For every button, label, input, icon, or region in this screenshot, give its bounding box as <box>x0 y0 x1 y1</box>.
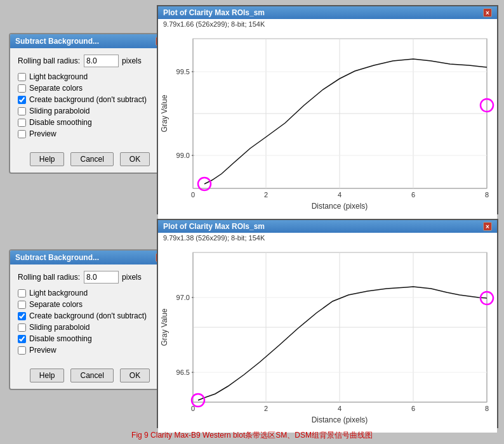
radius-unit-1: pixels <box>122 56 142 65</box>
checkbox-light-background-1[interactable] <box>18 73 26 81</box>
option-separate-colors-2: Separate colors <box>18 300 162 309</box>
svg-text:Gray Value: Gray Value <box>160 308 169 346</box>
checkbox-disable-smoothing-2[interactable] <box>18 335 26 343</box>
svg-text:99.0: 99.0 <box>176 152 190 159</box>
help-button-1[interactable]: Help <box>30 152 65 166</box>
radius-unit-2: pixels <box>122 273 142 282</box>
svg-text:2: 2 <box>264 191 268 199</box>
label-light-background-2: Light background <box>29 289 88 297</box>
cancel-button-1[interactable]: Cancel <box>70 152 113 166</box>
checkbox-separate-colors-1[interactable] <box>18 84 26 93</box>
label-separate-colors-1: Separate colors <box>29 84 83 93</box>
plot-subtitle-1: 9.79x1.66 (526x299); 8-bit; 154K <box>158 19 497 29</box>
radius-input-2[interactable] <box>84 271 119 284</box>
checkbox-disable-smoothing-1[interactable] <box>18 119 26 127</box>
dialog-title-text-1: Subtract Background... <box>15 37 99 46</box>
checkbox-preview-2[interactable] <box>18 346 26 355</box>
svg-text:97.0: 97.0 <box>176 294 190 301</box>
plot-svg-2: 96.5 97.0 0 2 4 6 8 Distance (pixels) Gr… <box>158 243 500 431</box>
label-separate-colors-2: Separate colors <box>29 300 83 309</box>
help-button-2[interactable]: Help <box>30 369 65 382</box>
plot-title-bar-1: Plot of Clarity Max ROIs_sm × <box>158 6 497 19</box>
plot-subtitle-2: 9.79x1.38 (526x299); 8-bit; 154K <box>158 233 497 243</box>
dialog-title-1: Subtract Background... × <box>10 34 169 48</box>
plot-title-bar-2: Plot of Clarity Max ROIs_sm × <box>158 220 497 233</box>
label-disable-smoothing-2: Disable smoothing <box>29 334 92 343</box>
label-disable-smoothing-1: Disable smoothing <box>29 118 92 127</box>
plot-title-1: Plot of Clarity Max ROIs_sm <box>163 8 265 17</box>
plot-close-1[interactable]: × <box>483 8 492 17</box>
label-preview-1: Preview <box>29 129 56 138</box>
dialog-subtract-background-1: Subtract Background... × Rolling ball ra… <box>9 33 171 174</box>
svg-text:Distance (pixels): Distance (pixels) <box>312 415 368 424</box>
plot-area-1: 99.0 99.5 0 2 4 6 8 Distance (pixels) Gr… <box>158 29 497 219</box>
option-sliding-paraboloid-1: Sliding paraboloid <box>18 107 162 115</box>
checkbox-preview-1[interactable] <box>18 130 26 138</box>
option-create-background-2: Create background (don't subtract) <box>18 311 162 320</box>
svg-text:8: 8 <box>485 405 489 412</box>
svg-text:6: 6 <box>411 405 415 412</box>
radius-input-1[interactable] <box>84 55 119 67</box>
plot-title-2: Plot of Clarity Max ROIs_sm <box>163 222 265 231</box>
label-create-background-1: Create background (don't subtract) <box>29 95 147 104</box>
svg-text:Distance (pixels): Distance (pixels) <box>312 202 368 211</box>
option-disable-smoothing-2: Disable smoothing <box>18 334 162 343</box>
svg-text:6: 6 <box>411 191 415 199</box>
option-sliding-paraboloid-2: Sliding paraboloid <box>18 323 162 332</box>
svg-text:96.5: 96.5 <box>176 369 190 376</box>
svg-text:4: 4 <box>338 191 342 199</box>
checkbox-create-background-2[interactable] <box>18 312 26 320</box>
dialog-title-2: Subtract Background... × <box>10 251 169 264</box>
svg-text:8: 8 <box>485 191 489 199</box>
dialog-subtract-background-2: Subtract Background... × Rolling ball ra… <box>9 249 171 390</box>
option-preview-2: Preview <box>18 346 162 355</box>
svg-text:4: 4 <box>338 405 342 412</box>
label-light-background-1: Light background <box>29 72 88 81</box>
label-preview-2: Preview <box>29 346 56 355</box>
checkbox-sliding-paraboloid-2[interactable] <box>18 323 26 332</box>
option-light-background-2: Light background <box>18 289 162 297</box>
svg-text:2: 2 <box>264 405 268 412</box>
svg-text:0: 0 <box>191 191 195 199</box>
plot-svg-1: 99.0 99.5 0 2 4 6 8 Distance (pixels) Gr… <box>158 29 500 217</box>
checkbox-separate-colors-2[interactable] <box>18 301 26 309</box>
option-disable-smoothing-1: Disable smoothing <box>18 118 162 127</box>
label-create-background-2: Create background (don't subtract) <box>29 311 147 320</box>
cancel-button-2[interactable]: Cancel <box>70 369 113 382</box>
option-light-background-1: Light background <box>18 72 162 81</box>
ok-button-1[interactable]: OK <box>120 152 150 166</box>
dialog-title-text-2: Subtract Background... <box>15 253 99 262</box>
ok-button-2[interactable]: OK <box>120 369 150 382</box>
plot-close-2[interactable]: × <box>483 222 492 231</box>
plot-window-1: Plot of Clarity Max ROIs_sm × 9.79x1.66 … <box>157 5 498 214</box>
option-preview-1: Preview <box>18 129 162 138</box>
option-create-background-1: Create background (don't subtract) <box>18 95 162 104</box>
checkbox-light-background-2[interactable] <box>18 289 26 297</box>
plot-window-2: Plot of Clarity Max ROIs_sm × 9.79x1.38 … <box>157 219 498 428</box>
radius-label-1: Rolling ball radius: <box>18 56 80 65</box>
svg-text:Gray Value: Gray Value <box>160 95 169 132</box>
checkbox-create-background-1[interactable] <box>18 96 26 104</box>
option-separate-colors-1: Separate colors <box>18 84 162 93</box>
label-sliding-paraboloid-2: Sliding paraboloid <box>29 323 90 332</box>
radius-label-2: Rolling ball radius: <box>18 273 80 282</box>
caption: Fig 9 Clarity Max-B9 Western blot条带选区SM、… <box>0 430 504 441</box>
svg-text:99.5: 99.5 <box>176 68 190 75</box>
label-sliding-paraboloid-1: Sliding paraboloid <box>29 107 90 115</box>
checkbox-sliding-paraboloid-1[interactable] <box>18 107 26 115</box>
plot-area-2: 96.5 97.0 0 2 4 6 8 Distance (pixels) Gr… <box>158 243 497 433</box>
